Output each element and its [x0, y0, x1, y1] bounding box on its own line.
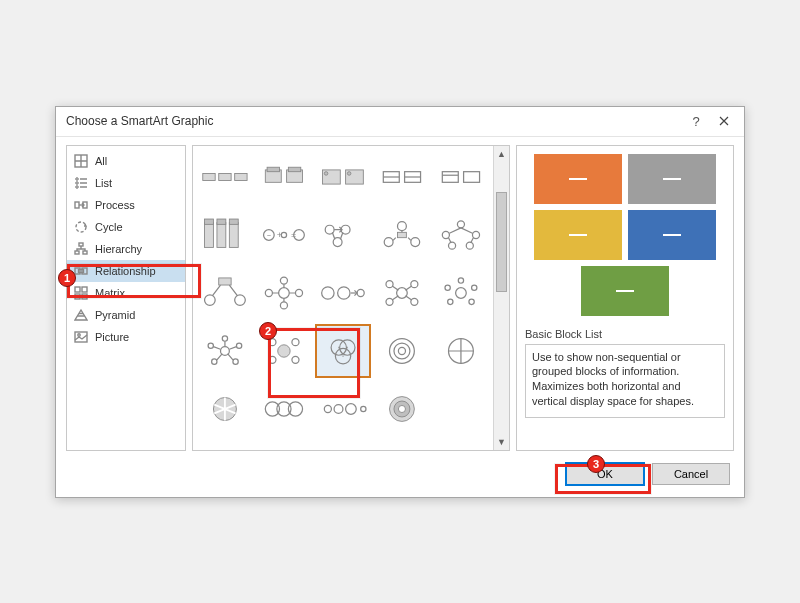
layout-thumb[interactable] — [375, 324, 430, 378]
layout-thumb[interactable] — [315, 382, 370, 436]
preview-title: Basic Block List — [525, 328, 725, 340]
category-process[interactable]: Process — [67, 194, 185, 216]
svg-point-87 — [211, 358, 216, 363]
layout-thumb[interactable] — [434, 266, 489, 320]
layout-thumb[interactable] — [256, 266, 311, 320]
picture-icon — [73, 329, 89, 345]
svg-rect-34 — [443, 171, 459, 182]
layout-thumb[interactable] — [197, 150, 252, 204]
svg-point-109 — [334, 404, 343, 413]
pyramid-icon — [73, 307, 89, 323]
svg-point-81 — [448, 299, 453, 304]
category-pyramid[interactable]: Pyramid — [67, 304, 185, 326]
svg-point-72 — [397, 287, 408, 298]
svg-point-71 — [357, 289, 364, 296]
preview-block — [534, 210, 622, 260]
svg-point-60 — [467, 242, 474, 249]
cancel-button[interactable]: Cancel — [652, 463, 730, 485]
svg-point-6 — [76, 222, 86, 232]
scroll-track[interactable] — [494, 162, 509, 434]
category-label: Cycle — [95, 221, 123, 233]
svg-point-75 — [386, 298, 393, 305]
svg-rect-39 — [229, 222, 238, 247]
svg-point-82 — [469, 299, 474, 304]
layout-thumb[interactable] — [197, 440, 252, 451]
svg-rect-13 — [75, 287, 80, 292]
preview-swatches — [525, 154, 725, 316]
svg-text:+: + — [277, 229, 282, 239]
svg-point-57 — [443, 231, 450, 238]
layout-thumb[interactable] — [375, 150, 430, 204]
scroll-down-icon[interactable]: ▼ — [494, 434, 509, 450]
layout-thumb[interactable] — [375, 382, 430, 436]
svg-point-93 — [292, 356, 299, 363]
svg-point-70 — [338, 286, 350, 298]
svg-text:−: − — [267, 231, 271, 239]
layout-thumb[interactable] — [197, 208, 252, 262]
svg-point-69 — [322, 286, 334, 298]
svg-rect-19 — [202, 173, 214, 180]
svg-rect-42 — [229, 219, 238, 224]
layout-thumb[interactable] — [434, 150, 489, 204]
layout-thumb[interactable] — [256, 324, 311, 378]
layout-thumb[interactable] — [315, 266, 370, 320]
scroll-thumb[interactable] — [496, 192, 507, 292]
layout-thumb[interactable] — [197, 324, 252, 378]
layout-thumb[interactable] — [315, 150, 370, 204]
process-icon — [73, 197, 89, 213]
category-list-item[interactable]: List — [67, 172, 185, 194]
ok-button[interactable]: OK — [566, 463, 644, 485]
svg-point-52 — [398, 221, 407, 230]
category-relationship[interactable]: Relationship — [67, 260, 185, 282]
svg-point-80 — [472, 285, 477, 290]
svg-point-108 — [324, 405, 331, 412]
category-all[interactable]: All — [67, 150, 185, 172]
layout-thumb[interactable] — [197, 266, 252, 320]
svg-point-84 — [222, 335, 227, 340]
dialog-body: All List Process Cycle — [56, 137, 744, 455]
layout-thumb[interactable] — [434, 382, 489, 436]
layout-thumb[interactable] — [256, 382, 311, 436]
help-button[interactable]: ? — [682, 110, 710, 132]
category-picture[interactable]: Picture — [67, 326, 185, 348]
svg-rect-14 — [82, 287, 87, 292]
layout-thumb[interactable] — [434, 324, 489, 378]
svg-point-59 — [449, 242, 456, 249]
svg-point-78 — [459, 277, 464, 282]
svg-rect-12 — [79, 269, 84, 272]
svg-point-76 — [411, 298, 418, 305]
layout-thumb[interactable] — [197, 382, 252, 436]
gallery-scrollbar[interactable]: ▲ ▼ — [493, 146, 509, 450]
svg-point-66 — [265, 289, 272, 296]
preview-pane: Basic Block List Use to show non-sequent… — [516, 145, 734, 451]
category-label: Matrix — [95, 287, 125, 299]
svg-point-65 — [280, 277, 287, 284]
svg-point-91 — [292, 338, 299, 345]
svg-rect-9 — [83, 251, 87, 254]
layout-thumb[interactable]: −+= — [256, 208, 311, 262]
layout-thumb[interactable] — [434, 208, 489, 262]
svg-point-77 — [456, 287, 467, 298]
layout-thumb-selected[interactable] — [315, 324, 370, 378]
layout-thumb[interactable] — [375, 208, 430, 262]
all-icon — [73, 153, 89, 169]
category-cycle[interactable]: Cycle — [67, 216, 185, 238]
category-matrix[interactable]: Matrix — [67, 282, 185, 304]
layout-thumb[interactable] — [315, 208, 370, 262]
svg-point-74 — [411, 280, 418, 287]
scroll-up-icon[interactable]: ▲ — [494, 146, 509, 162]
category-label: Hierarchy — [95, 243, 142, 255]
layout-thumb[interactable] — [256, 150, 311, 204]
svg-rect-7 — [79, 243, 83, 246]
svg-rect-41 — [217, 219, 226, 224]
svg-rect-20 — [218, 173, 230, 180]
svg-point-18 — [78, 333, 80, 335]
layout-thumb[interactable] — [375, 266, 430, 320]
category-label: Process — [95, 199, 135, 211]
preview-block — [628, 154, 716, 204]
svg-rect-21 — [234, 173, 246, 180]
svg-rect-16 — [82, 294, 87, 299]
svg-point-28 — [324, 171, 328, 175]
close-button[interactable] — [710, 110, 738, 132]
category-hierarchy[interactable]: Hierarchy — [67, 238, 185, 260]
